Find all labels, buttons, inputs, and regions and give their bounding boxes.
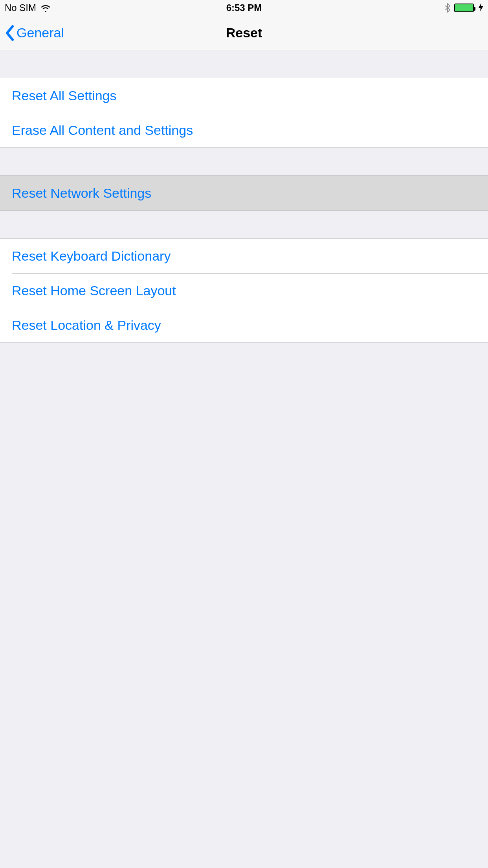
section-misc: Reset Keyboard Dictionary Reset Home Scr…	[0, 238, 488, 343]
section-gap	[0, 50, 488, 78]
cell-label: Reset Location & Privacy	[12, 318, 161, 333]
page-title: Reset	[0, 25, 488, 40]
section-gap	[0, 148, 488, 175]
section-gap	[0, 211, 488, 238]
nav-bar: General Reset	[0, 16, 488, 50]
section-network: Reset Network Settings	[0, 175, 488, 211]
status-time: 6:53 PM	[0, 2, 488, 13]
cell-label: Reset Keyboard Dictionary	[12, 248, 171, 264]
reset-all-settings[interactable]: Reset All Settings	[0, 78, 488, 113]
charging-icon	[479, 3, 483, 13]
status-right	[445, 3, 483, 13]
back-button[interactable]: General	[5, 25, 64, 41]
section-main: Reset All Settings Erase All Content and…	[0, 78, 488, 148]
reset-keyboard-dictionary[interactable]: Reset Keyboard Dictionary	[0, 239, 488, 273]
battery-icon	[454, 4, 474, 12]
cell-label: Reset Home Screen Layout	[12, 283, 176, 298]
carrier-label: No SIM	[5, 2, 36, 13]
reset-home-screen-layout[interactable]: Reset Home Screen Layout	[0, 273, 488, 308]
cell-label: Reset All Settings	[12, 88, 116, 103]
wifi-icon	[40, 4, 51, 12]
reset-network-settings[interactable]: Reset Network Settings	[0, 176, 488, 210]
chevron-left-icon	[5, 25, 14, 41]
cell-label: Reset Network Settings	[12, 186, 151, 201]
erase-all-content[interactable]: Erase All Content and Settings	[0, 113, 488, 147]
reset-location-privacy[interactable]: Reset Location & Privacy	[0, 308, 488, 342]
status-bar: No SIM 6:53 PM	[0, 0, 488, 16]
back-label: General	[17, 25, 64, 40]
cell-label: Erase All Content and Settings	[12, 123, 193, 138]
bluetooth-icon	[445, 3, 450, 13]
status-left: No SIM	[5, 2, 51, 13]
battery-fill	[455, 4, 473, 11]
